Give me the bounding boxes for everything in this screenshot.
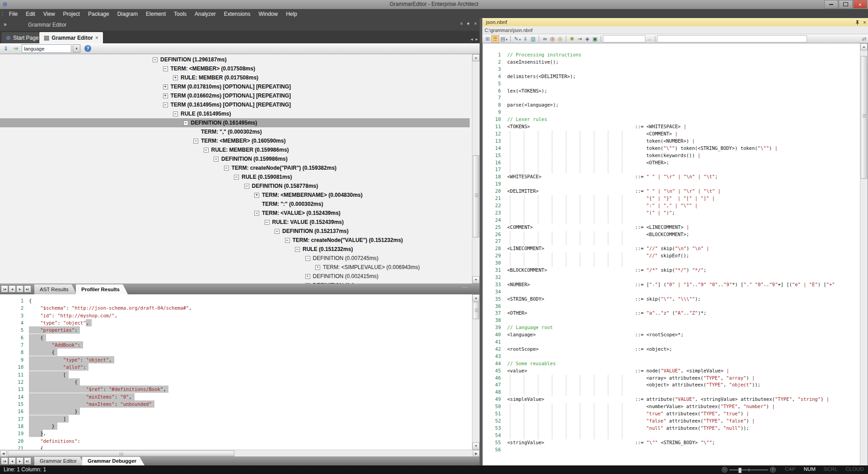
go-icon[interactable]: → [645,35,653,42]
json-code-line[interactable]: 2 "$schema": "http://json-schema.org/dra… [0,304,470,311]
tree-row[interactable]: +RULE: MEMBER (0.017508ms) [173,73,258,82]
nav-prev-icon[interactable]: ◂ [9,457,16,465]
menu-item-help[interactable]: Help [282,10,301,18]
tree-row[interactable]: −TERM: <MEMBER> (0.160590ms) [193,136,285,145]
tree-expander-icon[interactable]: − [193,139,198,144]
maximize-button[interactable] [839,0,853,9]
tab-start-page[interactable]: ⊛ Start Page [1,32,44,43]
tab-ast-results[interactable]: AST Results [34,284,77,294]
grammar-code-line[interactable]: 56 [483,446,853,454]
tree-expander-icon[interactable]: − [163,66,168,71]
tree-row[interactable]: −RULE (0.159081ms) [234,172,292,181]
grammar-code-line[interactable]: 37<OTHER>::= "a".."z" ("A".."Z")*; [483,310,853,317]
scrollbar-thumb[interactable] [473,302,479,319]
tree-row[interactable]: −RULE (0.151232ms) [295,245,353,254]
tree-expander-icon[interactable]: − [305,256,310,261]
json-code-line[interactable]: 14 "minItems": "0", [0,393,470,400]
grammar-code-line[interactable]: 19 [483,181,853,188]
tree-expander-icon[interactable]: − [254,211,259,216]
zoom-track[interactable] [729,469,768,470]
tree-row[interactable]: −DEFINITION (0.158778ms) [244,181,318,191]
tree-expander-icon[interactable]: − [244,184,249,189]
tab-scroll-right-icon[interactable]: ▸ [476,37,478,42]
step-into-icon[interactable]: ⇥ [576,35,583,42]
json-code-line[interactable]: 15 "maxItems": "unbounded" [0,400,470,408]
tree-row[interactable]: +TERM (0.017810ms) [OPTIONAL] [REPEATING… [163,82,291,91]
grammar-code-line[interactable]: 32 [483,274,853,281]
tree-expander-icon[interactable]: − [163,102,168,107]
grammar-code-line[interactable]: 47<object> attributeex("TYPE", "object")… [483,381,853,389]
grammar-code-line[interactable]: 26<BLOCKCOMMENT>; [483,231,853,238]
grammar-code-line[interactable]: 16<OTHER>; [483,159,853,167]
json-vertical-scrollbar[interactable]: ▲ ▼ [472,294,480,450]
tree-expander-icon[interactable]: + [163,93,168,98]
tree-row[interactable]: −DEFINITION (0.152137ms) [275,227,349,236]
grammar-code-line[interactable]: 40<language>::= <rootScope>*; [483,331,853,339]
scroll-left-icon[interactable]: ◀ [0,450,7,457]
grammar-code-line[interactable]: 21"{" | "}" | "[" | "]" | [483,195,853,202]
menu-item-file[interactable]: File [5,10,22,18]
transfer-icon[interactable]: ⇄ [860,35,868,42]
grammar-code-line[interactable]: 11<TOKENS>::= <WHITESPACE> | [483,123,853,130]
grammar-code-line[interactable]: 12<COMMENT> | [483,130,853,138]
tree-row[interactable]: −DEFINITION (0.159986ms) [214,154,288,163]
json-code-line[interactable]: 7 "AddBook": [0,341,470,349]
grammar-code-line[interactable]: 51"true" attributeex("TYPE", "true") | [483,410,853,418]
tree-expander-icon[interactable]: + [254,193,259,198]
scroll-down-icon[interactable]: ▼ [472,442,480,450]
tree-row[interactable]: −TERM: createNode("PAIR") (0.159382ms) [224,163,337,172]
scroll-up-icon[interactable]: ▲ [472,54,480,61]
tab-close-icon[interactable]: × [95,35,98,41]
tree-expander-icon[interactable]: + [315,265,320,270]
tree-row[interactable]: −DEFINITION (0.161495ms) [0,118,470,127]
combobox-caret-icon[interactable]: ▾ [73,44,80,53]
tree-row[interactable]: −RULE: MEMBER (0.159986ms) [204,145,289,154]
grammar-code-line[interactable]: 6lex(<TOKENS>); [483,88,853,95]
scroll-up-icon[interactable]: ▲ [472,294,480,302]
menu-item-package[interactable]: Package [84,10,113,18]
grammar-code-line[interactable]: 35<STRING_BODY>::= skip("\"", "\\\""); [483,296,853,303]
grammar-code-line[interactable]: 8parse(<language>); [483,102,853,109]
grammar-code-line[interactable]: 42<rootScope>::= <object>; [483,346,853,353]
scrollbar-thumb[interactable] [861,56,867,179]
json-code-line[interactable]: 19 }, [0,430,470,437]
zoom-slider[interactable]: − + [722,467,776,473]
status-toggle-cloud[interactable]: CLOUD [846,466,864,472]
tree-row[interactable]: −DEFINITION (0.007245ms) [305,254,378,263]
menu-item-window[interactable]: Window [254,10,282,18]
grammar-code-line[interactable]: 25<COMMENT>::= <LINECOMMENT> | [483,224,853,231]
tree-row[interactable]: −TERM (0.161495ms) [OPTIONAL] [REPEATING… [163,100,291,109]
scroll-up-icon[interactable]: ▲ [860,43,868,51]
grammar-code-line[interactable]: 27 [483,238,853,245]
grammar-code-line[interactable]: 7 [483,94,853,102]
menu-item-diagram[interactable]: Diagram [113,10,142,18]
scope-icon[interactable]: ⊞ [484,35,491,42]
scrollbar-thumb[interactable] [473,155,479,237]
grammar-code-line[interactable]: 52"false" attributeex("TYPE", "false") | [483,418,853,425]
minimize-button[interactable] [824,0,838,9]
find-options-icon[interactable]: ◎ [556,35,564,42]
json-code-line[interactable]: 12 { [0,378,470,386]
json-code-line[interactable]: 10 "allof": [0,363,470,371]
import-file-icon[interactable]: ⇓ [522,35,529,42]
json-code-line[interactable]: 17 ] [0,415,470,423]
grammar-code-line[interactable]: 20<DELIMITER>::= " " | "\n" | "\r" | "\t… [483,188,853,195]
grammar-code-line[interactable]: 48 [483,389,853,396]
validate-icon[interactable]: ◈ [583,35,591,42]
title-bar[interactable]: ⊛ GrammarEditor - Enterprise Architect × [0,0,868,9]
grammar-code-line[interactable]: 3 [483,66,853,73]
grammar-code-line[interactable]: 29"//" skipEof(); [483,252,853,260]
grammar-code-line[interactable]: 49<simpleValue>::= attribute("VALUE", <s… [483,396,853,403]
scroll-down-icon[interactable]: ▼ [472,276,480,283]
grammar-code-line[interactable]: 14token("\"") token(<STRING_BODY>) token… [483,145,853,152]
tree-expander-icon[interactable]: − [234,175,239,180]
panel-close-icon[interactable]: × [474,21,477,27]
json-code-line[interactable]: 13 "$ref": "#definitions/Book", [0,386,470,393]
grammar-code-line[interactable]: 53"null" attributeex("TYPE", "null")); [483,425,853,432]
tree-row[interactable]: +TERM (0.016602ms) [OPTIONAL] [REPEATING… [163,91,291,100]
grammar-code-line[interactable]: 50<numberValue> attributeex("TYPE", "num… [483,403,853,410]
tree-expander-icon[interactable]: − [204,148,209,153]
zoom-in-icon[interactable]: + [770,467,776,473]
tree-expander-icon[interactable]: − [183,121,188,125]
tree-expander-icon[interactable]: − [173,112,178,116]
